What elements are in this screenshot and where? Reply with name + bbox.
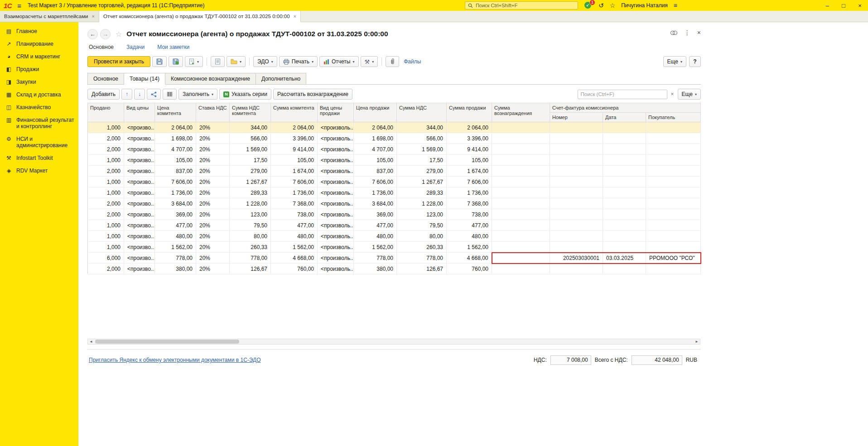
grid-cell[interactable]: 1 569,00 xyxy=(397,144,447,155)
grid-cell[interactable] xyxy=(492,253,550,264)
scroll-right-icon[interactable]: ► xyxy=(694,340,700,344)
grid-cell[interactable] xyxy=(550,242,603,253)
grid-cell[interactable]: 344,00 xyxy=(397,122,447,133)
attachments-button[interactable] xyxy=(386,56,399,67)
grid-cell[interactable] xyxy=(492,264,550,274)
sidebar-item[interactable]: ◕CRM и маркетинг xyxy=(0,50,78,63)
grid-cell[interactable]: 1 562,00 xyxy=(354,242,397,253)
grid-cell[interactable]: 477,00 xyxy=(155,220,196,231)
grid-cell[interactable]: 1,000 xyxy=(88,187,124,198)
grid-cell[interactable]: 566,00 xyxy=(397,133,447,144)
grid-cell[interactable]: 105,00 xyxy=(271,155,318,166)
close-tab-icon[interactable]: × xyxy=(294,14,296,19)
print-button[interactable]: Печать ▾ xyxy=(279,56,318,67)
grid-cell[interactable] xyxy=(646,209,701,220)
grid-cell[interactable]: <произво... xyxy=(124,242,155,253)
doc-nav-link[interactable]: Основное xyxy=(89,44,114,50)
column-header[interactable]: Вид цены xyxy=(124,103,155,122)
window-tab[interactable]: Отчет комиссионера (агента) о продажах Т… xyxy=(99,11,301,22)
grid-cell[interactable]: 105,00 xyxy=(354,155,397,166)
grid-cell[interactable]: 6,000 xyxy=(88,253,124,264)
grid-cell[interactable]: 260,33 xyxy=(397,242,447,253)
grid-cell[interactable]: 7 606,00 xyxy=(447,177,492,187)
grid-cell[interactable] xyxy=(550,209,603,220)
service-menu-icon[interactable]: ≡ xyxy=(674,2,677,9)
column-header[interactable]: Сумма комитента xyxy=(271,103,318,122)
grid-cell[interactable] xyxy=(492,155,550,166)
grid-cell[interactable]: 369,00 xyxy=(354,209,397,220)
grid-cell[interactable] xyxy=(646,166,701,177)
grid-cell[interactable]: 1 562,00 xyxy=(447,242,492,253)
yandex-edo-invite-link[interactable]: Пригласить Яндекс к обмену электронными … xyxy=(89,357,260,363)
grid-cell[interactable]: 79,50 xyxy=(397,220,447,231)
calc-fee-button[interactable]: Рассчитать вознаграждение xyxy=(273,89,352,100)
post-document-button[interactable] xyxy=(169,56,183,67)
grid-cell[interactable]: 126,67 xyxy=(230,264,271,274)
grid-cell[interactable] xyxy=(646,242,701,253)
column-header-invoice-group[interactable]: Счет-фактура комиссионера xyxy=(550,103,701,113)
history-icon[interactable]: ↺ xyxy=(598,2,604,9)
more-menu-icon[interactable]: ⋮ xyxy=(684,29,690,36)
grid-cell[interactable]: 289,33 xyxy=(230,187,271,198)
grid-cell[interactable]: <произволь... xyxy=(318,155,354,166)
grid-cell[interactable] xyxy=(492,187,550,198)
grid-cell[interactable]: 380,00 xyxy=(354,264,397,274)
grid-cell[interactable] xyxy=(550,122,603,133)
column-header[interactable]: Номер xyxy=(550,113,603,122)
grid-cell[interactable]: 1 267,67 xyxy=(230,177,271,187)
grid-cell[interactable]: 80,00 xyxy=(397,231,447,242)
forward-arrow-button[interactable]: → xyxy=(100,29,111,39)
grid-cell[interactable]: 3 684,00 xyxy=(354,198,397,209)
grid-cell[interactable]: 2,000 xyxy=(88,264,124,274)
grid-cell[interactable]: <произволь... xyxy=(318,242,354,253)
grid-row[interactable]: 2,000<произво...1 698,0020%566,003 396,0… xyxy=(88,133,701,144)
grid-cell[interactable]: <произво... xyxy=(124,166,155,177)
grid-cell[interactable]: 20% xyxy=(196,242,230,253)
grid-cell[interactable]: <произволь... xyxy=(318,133,354,144)
grid-cell[interactable] xyxy=(603,242,646,253)
grid-search-input[interactable] xyxy=(578,90,667,99)
grid-cell[interactable]: 738,00 xyxy=(447,209,492,220)
grid-cell[interactable] xyxy=(492,177,550,187)
grid-cell[interactable] xyxy=(492,209,550,220)
grid-cell[interactable]: 7 368,00 xyxy=(271,198,318,209)
maximize-button[interactable]: □ xyxy=(835,0,852,11)
grid-cell[interactable]: 738,00 xyxy=(271,209,318,220)
sidebar-item[interactable]: ◈RDV Маркет xyxy=(0,164,78,177)
grid-cell[interactable]: 1,000 xyxy=(88,242,124,253)
grid-cell[interactable] xyxy=(646,198,701,209)
grid-cell[interactable] xyxy=(550,231,603,242)
grid-cell[interactable]: 20% xyxy=(196,231,230,242)
sidebar-item[interactable]: ▦Склад и доставка xyxy=(0,88,78,101)
grid-cell[interactable]: 3 396,00 xyxy=(447,133,492,144)
grid-cell[interactable]: <произволь... xyxy=(318,144,354,155)
grid-cell[interactable] xyxy=(603,220,646,231)
grid-cell[interactable]: 2,000 xyxy=(88,144,124,155)
grid-cell[interactable] xyxy=(603,155,646,166)
favorites-star-icon[interactable]: ☆ xyxy=(610,2,616,9)
grid-row[interactable]: 1,000<произво...2 064,0020%344,002 064,0… xyxy=(88,122,701,133)
grid-cell[interactable] xyxy=(550,144,603,155)
grid-cell[interactable] xyxy=(646,122,701,133)
column-header[interactable]: Ставка НДС xyxy=(196,103,230,122)
grid-cell[interactable]: 1,000 xyxy=(88,177,124,187)
grid-cell[interactable]: 3 396,00 xyxy=(271,133,318,144)
grid-cell[interactable] xyxy=(492,133,550,144)
share-button[interactable] xyxy=(147,89,161,100)
grid-cell[interactable]: <произво... xyxy=(124,231,155,242)
grid-row[interactable]: 2,000<произво...3 684,0020%1 228,007 368… xyxy=(88,198,701,209)
grid-cell[interactable] xyxy=(646,155,701,166)
grid-cell[interactable]: 566,00 xyxy=(230,133,271,144)
grid-cell[interactable]: <произволь... xyxy=(318,198,354,209)
grid-cell[interactable]: 2 064,00 xyxy=(447,122,492,133)
grid-row[interactable]: 1,000<произво...480,0020%80,00480,00<про… xyxy=(88,231,701,242)
grid-cell[interactable]: 79,50 xyxy=(230,220,271,231)
grid-cell[interactable]: 289,33 xyxy=(397,187,447,198)
grid-cell[interactable]: 20% xyxy=(196,122,230,133)
column-header[interactable]: Цена продажи xyxy=(354,103,397,122)
create-based-on-button[interactable]: ▾ xyxy=(185,56,203,67)
grid-cell[interactable] xyxy=(550,264,603,274)
grid-cell[interactable]: 2,000 xyxy=(88,133,124,144)
grid-cell[interactable] xyxy=(646,231,701,242)
more-button[interactable]: Еще ▾ xyxy=(663,56,686,67)
